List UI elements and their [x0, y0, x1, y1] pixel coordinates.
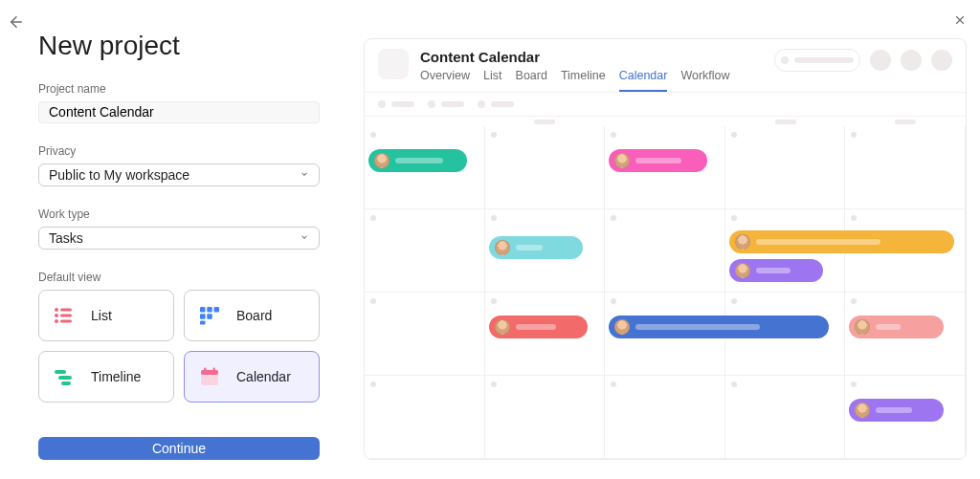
calendar-cell[interactable] [485, 126, 606, 209]
svg-rect-18 [213, 367, 216, 372]
svg-rect-12 [55, 370, 66, 374]
back-icon[interactable] [8, 13, 27, 35]
task-title-placeholder [395, 158, 443, 163]
calendar-task[interactable] [609, 149, 707, 172]
view-option-board[interactable]: Board [184, 290, 320, 341]
close-icon[interactable] [953, 13, 967, 31]
member-avatar-placeholder [870, 50, 891, 71]
calendar-task[interactable] [489, 316, 588, 338]
continue-button[interactable]: Continue [38, 437, 320, 460]
calendar-cell[interactable] [725, 376, 846, 459]
view-option-calendar[interactable]: Calendar [184, 351, 320, 403]
calendar-task[interactable] [368, 149, 467, 172]
project-name-input[interactable] [38, 101, 320, 124]
calendar-cell[interactable] [485, 293, 606, 376]
calendar-cell[interactable] [365, 293, 485, 376]
preview-tabs: Overview List Board Timeline Calendar Wo… [420, 69, 763, 92]
svg-point-4 [55, 319, 58, 323]
assignee-avatar [614, 319, 630, 335]
calendar-cell[interactable] [365, 209, 485, 293]
tab-list[interactable]: List [483, 69, 501, 92]
preview-panel: Content Calendar Overview List Board Tim… [345, 0, 980, 479]
view-option-timeline[interactable]: Timeline [38, 351, 174, 403]
task-title-placeholder [516, 245, 543, 250]
privacy-value: Public to My workspace [49, 167, 189, 183]
calendar-task[interactable] [489, 236, 583, 259]
calendar-cell[interactable] [605, 293, 725, 376]
calendar-cell[interactable] [605, 376, 725, 459]
calendar-icon [198, 365, 221, 388]
calendar-cell[interactable] [485, 376, 606, 459]
work-type-select[interactable]: Tasks [38, 227, 320, 250]
calendar-cell[interactable] [365, 126, 485, 209]
calendar-cell[interactable] [845, 293, 966, 376]
toolbar-placeholder [428, 100, 464, 108]
assignee-avatar [735, 234, 750, 250]
tab-workflow[interactable]: Workflow [680, 69, 729, 92]
tab-timeline[interactable]: Timeline [561, 69, 606, 92]
preview-toolbar [365, 92, 966, 117]
tab-overview[interactable]: Overview [420, 69, 470, 92]
work-type-label: Work type [38, 207, 320, 221]
toolbar-placeholder [478, 100, 514, 108]
calendar-cell[interactable] [605, 209, 725, 293]
preview-header-actions [774, 49, 952, 72]
svg-rect-8 [214, 307, 220, 313]
work-type-value: Tasks [49, 230, 83, 246]
assignee-avatar [374, 153, 390, 168]
preview-header: Content Calendar Overview List Board Tim… [365, 39, 966, 92]
assignee-avatar [495, 240, 510, 255]
list-icon [53, 304, 76, 327]
calendar-cell[interactable] [605, 126, 725, 209]
svg-rect-5 [60, 319, 72, 322]
calendar-task[interactable] [609, 316, 829, 338]
calendar-cell[interactable] [725, 126, 846, 209]
tab-board[interactable]: Board [516, 69, 547, 92]
view-option-label: Timeline [91, 369, 141, 384]
tab-calendar[interactable]: Calendar [619, 69, 668, 92]
board-icon [198, 304, 221, 327]
svg-rect-3 [60, 314, 72, 316]
status-pill-placeholder [774, 49, 860, 72]
task-title-placeholder [516, 324, 556, 330]
form-panel: New project Project name Privacy Public … [0, 0, 345, 479]
task-title-placeholder [876, 407, 912, 413]
calendar-task[interactable] [849, 316, 943, 338]
default-view-label: Default view [38, 271, 320, 284]
task-title-placeholder [876, 324, 901, 330]
task-title-placeholder [635, 158, 681, 163]
privacy-select[interactable]: Public to My workspace [38, 163, 320, 186]
view-option-list[interactable]: List [38, 290, 174, 341]
calendar-task[interactable] [729, 259, 823, 282]
view-options: List Board Timeline Calendar [38, 290, 320, 403]
calendar-header-row [365, 117, 966, 126]
calendar-task[interactable] [729, 230, 954, 253]
assignee-avatar [855, 403, 870, 418]
calendar-preview: Content Calendar Overview List Board Tim… [364, 38, 967, 460]
project-icon-placeholder [378, 49, 409, 79]
assignee-avatar [735, 263, 750, 278]
svg-rect-9 [200, 314, 206, 319]
calendar-cell[interactable] [365, 376, 485, 459]
member-avatar-placeholder [901, 50, 922, 71]
member-avatar-placeholder [931, 50, 952, 71]
calendar-cell[interactable] [845, 376, 966, 459]
app-root: New project Project name Privacy Public … [0, 0, 980, 479]
calendar-task[interactable] [849, 399, 943, 422]
calendar-cell[interactable] [725, 209, 846, 293]
calendar-cell[interactable] [485, 209, 606, 293]
calendar-grid [365, 117, 966, 459]
svg-rect-7 [207, 307, 212, 313]
view-option-label: List [91, 308, 112, 323]
continue-label: Continue [152, 441, 206, 456]
svg-rect-16 [201, 370, 218, 375]
preview-project-title: Content Calendar [420, 49, 763, 65]
assignee-avatar [614, 153, 630, 168]
svg-rect-6 [200, 307, 206, 313]
svg-rect-10 [207, 314, 212, 319]
task-title-placeholder [756, 268, 791, 273]
chevron-down-icon [300, 231, 309, 245]
calendar-cell[interactable] [845, 126, 966, 209]
svg-rect-11 [200, 320, 206, 324]
svg-point-0 [55, 308, 58, 312]
